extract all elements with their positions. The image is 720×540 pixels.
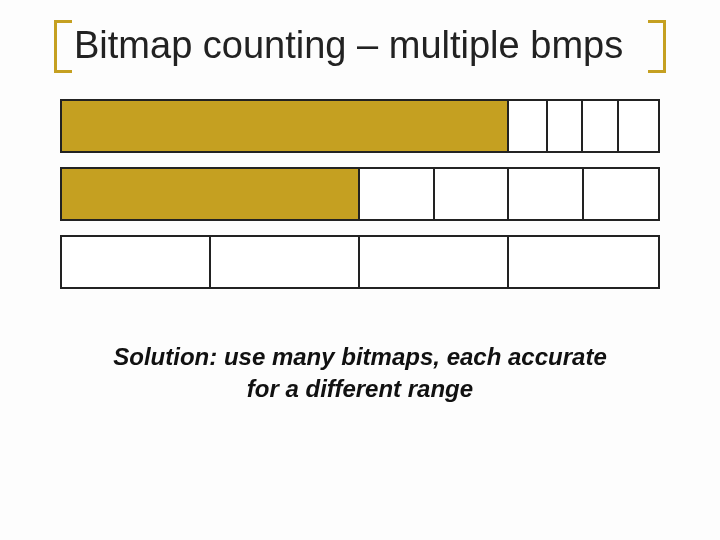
bracket-right-icon <box>648 20 666 73</box>
bar-0-segment-0 <box>62 101 509 151</box>
bracket-left-icon <box>54 20 72 73</box>
bitmap-bar-0 <box>60 99 660 153</box>
bar-2-segment-2 <box>360 237 509 287</box>
bar-1-segment-4 <box>584 169 659 219</box>
solution-line-2: for a different range <box>247 375 473 402</box>
bar-0-segment-3 <box>583 101 619 151</box>
bitmap-bar-1 <box>60 167 660 221</box>
bar-0-segment-1 <box>509 101 548 151</box>
bitmap-bar-2 <box>60 235 660 289</box>
bar-1-segment-2 <box>435 169 510 219</box>
solution-text: Solution: use many bitmaps, each accurat… <box>60 341 660 406</box>
title-container: Bitmap counting – multiple bmps <box>60 18 660 71</box>
bitmap-bars <box>60 99 660 289</box>
page-title: Bitmap counting – multiple bmps <box>74 24 646 67</box>
bar-1-segment-0 <box>62 169 360 219</box>
bar-0-segment-2 <box>548 101 584 151</box>
bar-0-segment-4 <box>619 101 658 151</box>
bar-2-segment-3 <box>509 237 658 287</box>
bar-2-segment-1 <box>211 237 360 287</box>
slide: Bitmap counting – multiple bmps Solution… <box>0 0 720 540</box>
bar-2-segment-0 <box>62 237 211 287</box>
bar-1-segment-3 <box>509 169 584 219</box>
solution-line-1: Solution: use many bitmaps, each accurat… <box>113 343 606 370</box>
bar-1-segment-1 <box>360 169 435 219</box>
